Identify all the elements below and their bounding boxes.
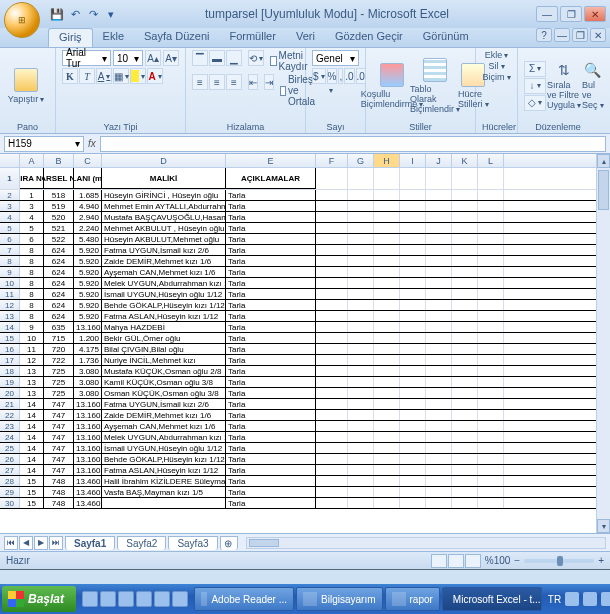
cell[interactable]: 13.160 [74,322,102,332]
orientation-icon[interactable]: ⟲ [248,50,264,66]
tab-layout[interactable]: Sayfa Düzeni [134,28,219,47]
redo-icon[interactable]: ↷ [86,7,100,21]
row-header[interactable]: 24 [0,432,20,442]
percent-icon[interactable]: % [327,68,338,84]
cell[interactable]: Zaide DEMİR,Mehmet kızı 1/6 [102,410,226,420]
row-header[interactable]: 4 [0,212,20,222]
cell[interactable]: Melek UYGUN,Abdurrahman kızı 1/12 [102,278,226,288]
cell[interactable]: 4.175 [74,344,102,354]
cell[interactable]: Tarla [226,311,316,321]
cell[interactable]: Ayşemah CAN,Mehmet kızı 1/6 [102,421,226,431]
row-header[interactable]: 5 [0,223,20,233]
start-button[interactable]: Başlat [2,586,76,612]
row-header[interactable]: 8 [0,256,20,266]
cell[interactable]: 725 [44,366,74,376]
row-header[interactable]: 13 [0,311,20,321]
cell[interactable]: 13 [20,388,44,398]
col-K[interactable]: K [452,154,478,167]
close-button[interactable]: ✕ [584,6,606,22]
cell[interactable]: Mahya HAZDEBİ [102,322,226,332]
col-G[interactable]: G [348,154,374,167]
scroll-up-icon[interactable]: ▴ [597,154,610,168]
row-header[interactable]: 7 [0,245,20,255]
shrink-font-icon[interactable]: A▾ [163,50,179,66]
col-B[interactable]: B [44,154,74,167]
cell[interactable]: 624 [44,256,74,266]
cell[interactable]: 13 [20,377,44,387]
taskbar-task[interactable]: Adobe Reader ... [194,587,294,611]
cell[interactable]: Tarla [226,476,316,486]
comma-icon[interactable]: , [338,68,343,84]
cell[interactable]: Tarla [226,388,316,398]
row-header[interactable]: 26 [0,454,20,464]
row-header[interactable]: 27 [0,465,20,475]
bold-button[interactable]: K [62,68,78,84]
cell[interactable]: 747 [44,399,74,409]
font-size-combo[interactable]: 10▾ [113,50,143,66]
tab-view[interactable]: Görünüm [413,28,479,47]
cell[interactable]: 8 [20,278,44,288]
cell[interactable]: Tarla [226,366,316,376]
cell[interactable]: 13.460 [74,498,102,508]
cell[interactable]: Tarla [226,355,316,365]
name-box[interactable]: H159▾ [4,136,84,152]
cell[interactable]: Tarla [226,289,316,299]
cell[interactable]: 4 [20,212,44,222]
wrap-text-button[interactable]: Metni Kaydır [270,50,311,72]
cell[interactable]: Vasfa BAŞ,Mayman kızı 1/5 [102,487,226,497]
align-center-icon[interactable]: ≡ [209,74,225,90]
col-D[interactable]: D [102,154,226,167]
cell[interactable]: 10 [20,333,44,343]
sheet-tab-1[interactable]: Sayfa1 [65,536,115,550]
cell[interactable]: 13 [20,366,44,376]
cell[interactable]: 5.920 [74,300,102,310]
cond-format-button[interactable]: Koşullu Biçimlendirme [372,63,412,109]
tab-insert[interactable]: Ekle [93,28,134,47]
cell[interactable]: Tarla [226,223,316,233]
cell[interactable]: 1.200 [74,333,102,343]
cell[interactable]: 14 [20,421,44,431]
cell[interactable]: 13.160 [74,443,102,453]
cell[interactable]: Bilal ÇIVGIN,Bilal oğlu [102,344,226,354]
cell[interactable]: 13.160 [74,454,102,464]
cell[interactable]: 13.160 [74,421,102,431]
cell[interactable]: Melek UYGUN,Abdurrahman kızı 1/12 [102,432,226,442]
row-header[interactable]: 16 [0,344,20,354]
row-header[interactable]: 30 [0,498,20,508]
sheet-tab-2[interactable]: Sayfa2 [117,536,166,550]
cell[interactable]: 6 [20,234,44,244]
border-button[interactable]: ▦ [113,68,129,84]
cell[interactable]: Tarla [226,234,316,244]
view-break-icon[interactable] [465,554,481,568]
cell[interactable]: 720 [44,344,74,354]
col-F[interactable]: F [316,154,348,167]
ql-media-icon[interactable] [118,591,134,607]
cell[interactable]: 8 [20,300,44,310]
tray-icon-2[interactable] [583,592,597,606]
cell[interactable]: 521 [44,223,74,233]
indent-dec-icon[interactable]: ⇤ [248,74,258,90]
select-all-corner[interactable] [0,154,20,167]
cell[interactable]: 748 [44,476,74,486]
cell[interactable]: 624 [44,300,74,310]
zoom-out-icon[interactable]: − [514,555,520,566]
row-header[interactable]: 15 [0,333,20,343]
row-header[interactable]: 12 [0,300,20,310]
delete-cells-button[interactable]: Sil [488,61,504,71]
cell[interactable]: 747 [44,443,74,453]
row-header[interactable]: 1 [0,168,20,189]
cell[interactable]: 13.460 [74,476,102,486]
cell[interactable]: Tarla [226,300,316,310]
col-A[interactable]: A [20,154,44,167]
cell[interactable]: 747 [44,421,74,431]
cell[interactable]: Tarla [226,278,316,288]
cell[interactable]: Ayşemah CAN,Mehmet kızı 1/6 [102,267,226,277]
cell[interactable]: 3.080 [74,388,102,398]
cell[interactable]: 12 [20,355,44,365]
sheet-tab-3[interactable]: Sayfa3 [168,536,217,550]
cell[interactable]: Mehmet AKBULUT , Hüseyin oğlu [102,223,226,233]
cell[interactable]: Tarla [226,344,316,354]
cell[interactable]: Tarla [226,377,316,387]
cell[interactable]: 5.920 [74,256,102,266]
ql-app3-icon[interactable] [172,591,188,607]
